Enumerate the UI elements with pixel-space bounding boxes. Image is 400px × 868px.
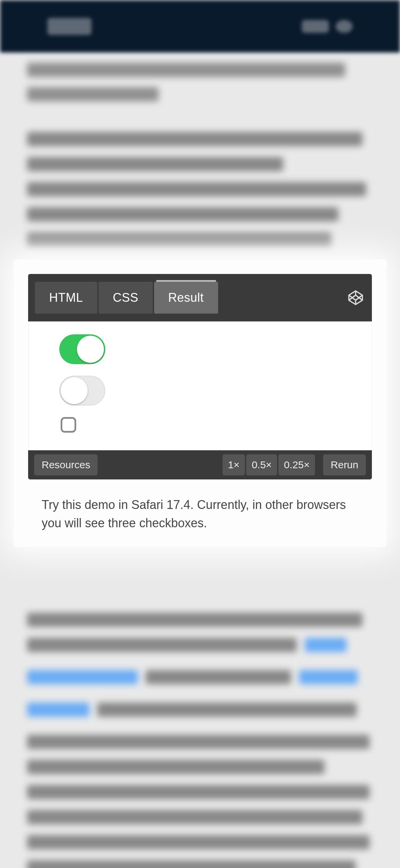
codepen-logo-icon[interactable] <box>346 288 365 307</box>
result-pane <box>28 321 372 450</box>
switch-thumb <box>77 336 104 363</box>
nav-actions <box>302 20 353 33</box>
site-nav <box>0 0 400 53</box>
codepen-footer: Resources 1× 0.5× 0.25× Rerun <box>28 450 372 479</box>
switch-on[interactable] <box>59 334 105 364</box>
tab-result[interactable]: Result <box>154 282 218 314</box>
figure-caption: Try this demo in Safari 17.4. Currently,… <box>28 479 372 532</box>
zoom-05x-button[interactable]: 0.5× <box>246 454 277 475</box>
tab-css[interactable]: CSS <box>99 282 153 314</box>
checkbox-unchecked[interactable] <box>61 417 76 433</box>
codepen-tab-bar: HTML CSS Result <box>28 274 372 321</box>
zoom-1x-button[interactable]: 1× <box>223 454 245 475</box>
codepen-embed: HTML CSS Result Resources 1 <box>14 259 386 547</box>
tab-html[interactable]: HTML <box>35 282 97 314</box>
switch-thumb <box>61 377 88 404</box>
switch-off[interactable] <box>59 376 105 406</box>
site-logo <box>47 18 91 35</box>
zoom-controls: 1× 0.5× 0.25× <box>223 454 315 475</box>
rerun-button[interactable]: Rerun <box>323 454 366 475</box>
zoom-025x-button[interactable]: 0.25× <box>278 454 315 475</box>
resources-button[interactable]: Resources <box>34 454 98 475</box>
